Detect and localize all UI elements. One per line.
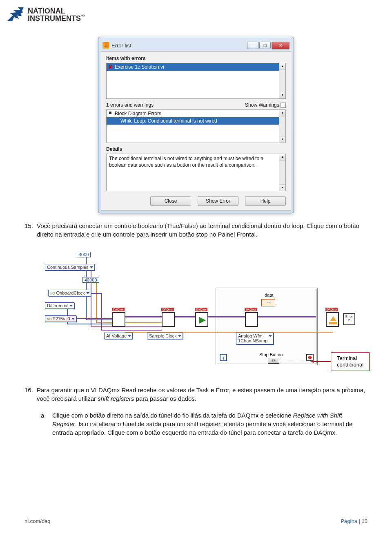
iteration-terminal: i (220, 354, 227, 361)
continuous-samples: Continuous Samples (45, 264, 95, 270)
titlebar[interactable]: ⚠ Error list — □ ✕ (101, 40, 291, 51)
data-label: data (265, 293, 273, 297)
daqmx-clear (326, 312, 339, 327)
callout-box: Terminal condicional (331, 352, 370, 371)
logo: NATIONAL INSTRUMENTS™ (5, 5, 85, 25)
items-label: Items with errors (106, 56, 286, 61)
onboard-clock: I/O OnboardClock (48, 290, 91, 296)
error-category[interactable]: Block Diagram Errors (107, 110, 285, 117)
para-15: 15. Você precisará conectar um controle … (37, 221, 368, 239)
callout-arrow (314, 361, 331, 362)
error-handler: Error?! (343, 313, 355, 325)
scrollbar[interactable]: ▴▾ (279, 63, 285, 98)
items-listbox[interactable]: ✘ Exercise 1c Solution.vi ▴▾ (106, 63, 286, 99)
daqmx-timing (162, 312, 175, 327)
show-warnings-checkbox[interactable] (281, 103, 286, 108)
app-icon: ⚠ (102, 42, 109, 49)
minimize-button[interactable]: — (247, 42, 258, 49)
svg-marker-0 (199, 317, 206, 324)
para-16a: a. Clique com o botão direito na saída d… (52, 411, 368, 437)
logo-tm: ™ (81, 14, 85, 19)
footer-url: ni.com/daq (24, 518, 51, 524)
error-detail-item[interactable]: While Loop: Conditional terminal is not … (107, 117, 285, 125)
close-button[interactable]: ✕ (272, 42, 290, 49)
const-4000: 4000 (77, 252, 91, 257)
differential: Differential (45, 302, 74, 309)
window-title: Error list (111, 42, 247, 49)
block-diagram: 4000 Continuous Samples 40000 I/O Onboar… (33, 247, 359, 378)
analog-wfm: Analog Wfm 1Chan NSamp (236, 333, 274, 344)
details-label: Details (106, 146, 286, 152)
para-16: 16. Para garantir que o VI DAQmx Read re… (37, 386, 368, 403)
svg-rect-1 (329, 322, 337, 324)
error-count: 1 errors and warnings (106, 102, 154, 108)
maximize-button[interactable]: □ (259, 42, 271, 49)
stop-button-control: TF (268, 358, 279, 364)
error-item[interactable]: ✘ Exercise 1c Solution.vi (107, 63, 285, 71)
show-error-button[interactable]: Show Error (198, 196, 238, 206)
sample-clock: Sample Clock (147, 333, 183, 339)
daqmx-create-channel (112, 312, 125, 327)
stop-button-label: Stop Button (259, 352, 283, 357)
daqmx-read (245, 312, 258, 327)
x-icon: ✘ (108, 64, 112, 70)
page-number: Página | 12 (341, 518, 368, 524)
ai-voltage: AI Voltage (104, 333, 133, 339)
const-40000: 40000 (82, 277, 99, 283)
logo-line2: INSTRUMENTS (28, 14, 81, 22)
footer: ni.com/daq Página | 12 (24, 518, 368, 524)
svg-marker-2 (330, 316, 336, 321)
close-dialog-button[interactable]: Close (150, 196, 191, 206)
scrollbar[interactable]: ▴▾ (279, 154, 285, 191)
scrollbar[interactable]: ▴▾ (279, 110, 285, 143)
waveform-indicator: 〰 (261, 299, 275, 306)
device-channel: I/O 9215/ai0 (45, 315, 76, 322)
show-warnings-label: Show Warnings (245, 102, 286, 108)
daqmx-start (195, 312, 208, 327)
error-list-dialog: ⚠ Error list — □ ✕ Items with errors ✘ E… (98, 37, 294, 213)
details-textbox[interactable]: The conditional terminal is not wired to… (106, 154, 286, 191)
help-button[interactable]: Help (245, 196, 286, 206)
errors-listbox[interactable]: Block Diagram Errors While Loop: Conditi… (106, 109, 286, 143)
eagle-icon (5, 5, 24, 25)
